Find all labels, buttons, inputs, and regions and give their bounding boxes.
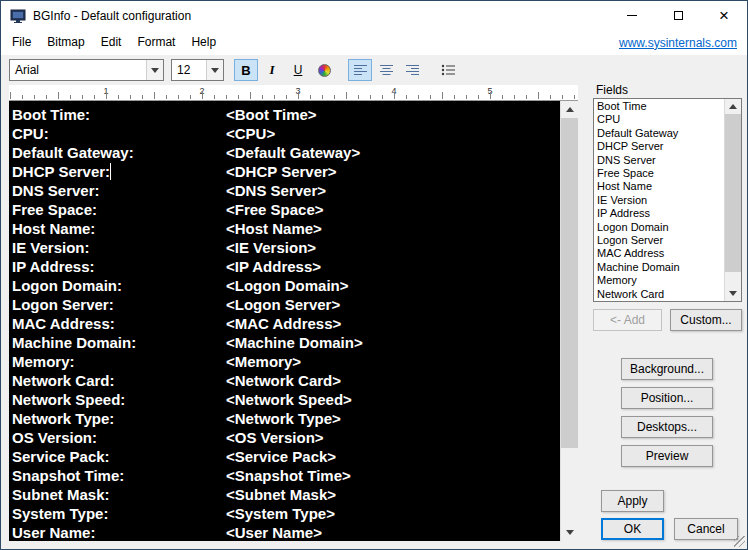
menu-bar: FileBitmapEditFormatHelp www.sysinternal… [1, 30, 747, 55]
text-editor[interactable]: Boot Time:<Boot Time>CPU:<CPU>Default Ga… [9, 101, 560, 541]
sysinternals-link[interactable]: www.sysinternals.com [619, 36, 737, 50]
fields-scrollbar[interactable] [724, 99, 741, 301]
editor-line: Host Name:<Host Name> [12, 220, 560, 239]
bullets-button[interactable] [436, 59, 460, 81]
editor-field-label: Subnet Mask: [12, 486, 226, 503]
editor-content: Boot Time:<Boot Time>CPU:<CPU>Default Ga… [9, 101, 560, 541]
editor-field-value: <User Name> [226, 524, 322, 541]
editor-field-value: <Logon Domain> [226, 277, 349, 294]
menu-item-file[interactable]: File [4, 30, 39, 55]
editor-field-label: Service Pack: [12, 448, 226, 465]
field-item[interactable]: CPU [594, 113, 724, 126]
font-size-select[interactable]: 12 [171, 59, 224, 81]
field-item[interactable]: Machine Domain [594, 261, 724, 274]
scroll-up-icon[interactable] [725, 99, 741, 114]
editor-field-label: Machine Domain: [12, 334, 226, 351]
position-button[interactable]: Position... [621, 387, 713, 409]
chevron-down-icon [206, 60, 223, 80]
menu-item-format[interactable]: Format [129, 30, 183, 55]
field-item[interactable]: DHCP Server [594, 140, 724, 153]
align-center-button[interactable] [374, 59, 398, 81]
resize-grip[interactable] [734, 536, 745, 547]
underline-icon: U [294, 63, 303, 77]
fields-scrollbar-thumb[interactable] [725, 114, 741, 272]
background-button[interactable]: Background... [621, 358, 713, 380]
ruler-number: 3 [295, 86, 300, 96]
field-item[interactable]: Logon Server [594, 234, 724, 247]
editor-field-value: <IP Address> [226, 258, 321, 275]
editor-field-label: IP Address: [12, 258, 226, 275]
menu-item-edit[interactable]: Edit [93, 30, 130, 55]
align-right-button[interactable] [400, 59, 424, 81]
editor-line: Network Speed:<Network Speed> [12, 391, 560, 410]
ruler-number: 2 [199, 86, 204, 96]
editor-line: Network Card:<Network Card> [12, 372, 560, 391]
editor-line: System Type:<System Type> [12, 505, 560, 524]
desktops-button[interactable]: Desktops... [621, 416, 713, 438]
editor-line: Snapshot Time:<Snapshot Time> [12, 467, 560, 486]
close-button[interactable]: × [701, 1, 747, 30]
align-left-button[interactable] [348, 59, 372, 81]
menu-items: FileBitmapEditFormatHelp [1, 30, 224, 55]
editor-scrollbar[interactable] [560, 101, 577, 541]
minimize-icon [627, 15, 637, 16]
minimize-button[interactable] [609, 1, 655, 30]
ruler-number: 1 [103, 86, 108, 96]
preview-button[interactable]: Preview [621, 445, 713, 467]
editor-field-label: System Type: [12, 505, 226, 522]
italic-button[interactable]: I [260, 59, 284, 81]
fields-label: Fields [596, 83, 628, 97]
field-item[interactable]: Default Gateway [594, 127, 724, 140]
scroll-up-icon[interactable] [561, 101, 578, 118]
field-item[interactable]: MAC Address [594, 247, 724, 260]
menu-item-help[interactable]: Help [183, 30, 224, 55]
editor-line: Subnet Mask:<Subnet Mask> [12, 486, 560, 505]
custom-field-button[interactable]: Custom... [670, 309, 742, 331]
apply-button[interactable]: Apply [601, 490, 664, 512]
field-item[interactable]: Host Name [594, 180, 724, 193]
field-item[interactable]: Free Space [594, 167, 724, 180]
window-title: BGInfo - Default configuration [33, 9, 191, 23]
editor-field-label: Boot Time: [12, 106, 226, 123]
ruler-number: 5 [487, 86, 492, 96]
field-item[interactable]: Memory [594, 274, 724, 287]
editor-line: OS Version:<OS Version> [12, 429, 560, 448]
scroll-down-icon[interactable] [561, 524, 578, 541]
editor-field-value: <Free Space> [226, 201, 324, 218]
editor-field-value: <Network Type> [226, 410, 341, 427]
editor-line: IE Version:<IE Version> [12, 239, 560, 258]
editor-field-label: Logon Domain: [12, 277, 226, 294]
window-controls: × [609, 1, 747, 30]
menu-item-bitmap[interactable]: Bitmap [39, 30, 92, 55]
editor-field-label: Default Gateway: [12, 144, 226, 161]
editor-line: Machine Domain:<Machine Domain> [12, 334, 560, 353]
field-item[interactable]: Network Card [594, 288, 724, 301]
close-icon: × [719, 7, 729, 24]
bold-button[interactable]: B [234, 59, 258, 81]
color-wheel-icon [318, 64, 331, 77]
editor-field-label: OS Version: [12, 429, 226, 446]
editor-field-label: Memory: [12, 353, 226, 370]
underline-button[interactable]: U [286, 59, 310, 81]
maximize-button[interactable] [655, 1, 701, 30]
editor-field-value: <DHCP Server> [226, 163, 337, 180]
field-item[interactable]: DNS Server [594, 154, 724, 167]
editor-field-label: CPU: [12, 125, 226, 142]
field-item[interactable]: IP Address [594, 207, 724, 220]
bold-icon: B [241, 63, 250, 78]
text-color-button[interactable] [312, 59, 336, 81]
editor-field-label: Network Card: [12, 372, 226, 389]
editor-field-value: <Host Name> [226, 220, 322, 237]
field-item[interactable]: Boot Time [594, 100, 724, 113]
cancel-button[interactable]: Cancel [674, 518, 738, 540]
fields-list[interactable]: Boot TimeCPUDefault GatewayDHCP ServerDN… [593, 98, 742, 302]
editor-field-value: <Subnet Mask> [226, 486, 336, 503]
ok-button[interactable]: OK [601, 518, 664, 540]
italic-icon: I [269, 62, 274, 78]
scroll-down-icon[interactable] [725, 286, 741, 301]
editor-scrollbar-thumb[interactable] [561, 118, 578, 448]
field-item[interactable]: Logon Domain [594, 221, 724, 234]
font-family-select[interactable]: Arial [9, 59, 164, 81]
field-item[interactable]: IE Version [594, 194, 724, 207]
editor-line: MAC Address:<MAC Address> [12, 315, 560, 334]
